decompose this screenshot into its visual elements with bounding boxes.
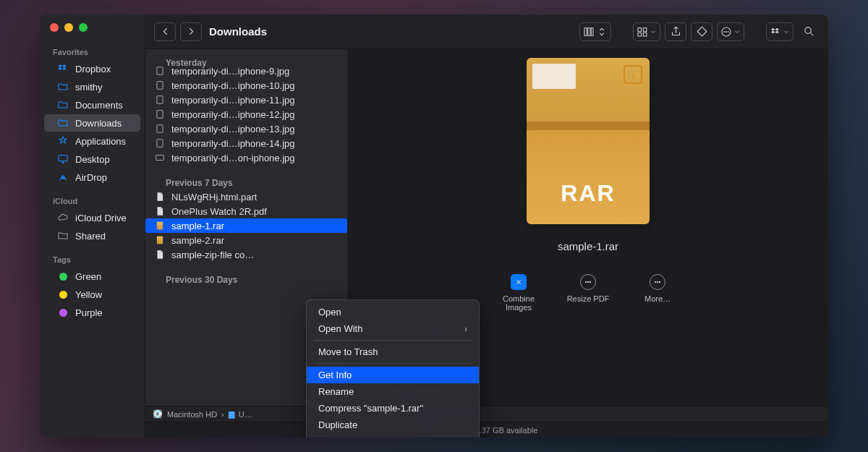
disk-icon: 💽 (153, 409, 163, 419)
quick-action-icon (650, 274, 665, 290)
share-button[interactable] (665, 22, 686, 41)
file-row[interactable]: temporarily-di…iphone-10.jpg (145, 78, 347, 93)
img-file-icon (154, 80, 166, 91)
sidebar-item-label: Purple (75, 307, 103, 318)
file-name: sample-2.rar (171, 235, 224, 246)
sidebar-item-downloads[interactable]: Downloads (44, 114, 140, 132)
minimize-window-button[interactable] (64, 23, 73, 32)
dropbox-toolbar-button[interactable] (766, 22, 793, 41)
quick-action-resize-pdf[interactable]: Resize PDF (566, 274, 610, 312)
context-menu-item-open[interactable]: Open (307, 304, 479, 320)
tags-button[interactable] (691, 22, 712, 41)
img-file-icon (154, 65, 166, 77)
svg-rect-7 (638, 33, 642, 36)
dropbox-icon (57, 63, 69, 74)
sidebar-item-smithy[interactable]: smithy (44, 78, 140, 95)
action-menu-button[interactable] (717, 22, 744, 41)
svg-rect-17 (157, 111, 163, 119)
sidebar-item-applications[interactable]: Applications (44, 132, 140, 150)
context-menu[interactable]: OpenOpen With›Move to TrashGet InfoRenam… (306, 299, 480, 438)
file-row[interactable]: temporarily-di…iphone-12.jpg (145, 107, 347, 121)
sidebar-item-label: smithy (75, 82, 103, 93)
file-row[interactable]: temporarily-di…iphone-14.jpg (145, 136, 347, 150)
generic-file-icon (154, 249, 166, 260)
sidebar-item-yellow[interactable]: Yellow (44, 286, 140, 303)
img-file-icon (154, 108, 166, 120)
file-name: temporarily-di…iphone-10.jpg (171, 80, 295, 91)
sidebar-item-desktop[interactable]: Desktop (44, 150, 140, 168)
file-row[interactable]: temporarily-di…iphone-13.jpg (145, 121, 347, 136)
file-name: temporarily-di…iphone-13.jpg (171, 124, 295, 135)
rar-text: RAR (561, 180, 615, 207)
file-row[interactable]: temporarily-di…on-iphone.jpg (145, 150, 347, 165)
quick-action-more-[interactable]: More… (636, 274, 679, 312)
svg-rect-5 (638, 27, 642, 31)
forward-button[interactable] (180, 22, 202, 41)
context-menu-label: Make Alias (318, 436, 364, 438)
file-name: temporarily-di…iphone-11.jpg (171, 95, 295, 106)
sidebar-item-label: Desktop (75, 154, 110, 165)
file-row[interactable]: sample-2.rar (145, 233, 347, 247)
context-menu-label: Open (318, 307, 341, 317)
close-window-button[interactable] (50, 23, 59, 32)
context-menu-item-get-info[interactable]: Get Info (307, 367, 479, 383)
maximize-window-button[interactable] (79, 23, 88, 32)
svg-point-13 (804, 27, 811, 34)
file-row[interactable]: temporarily-di…iphone-11.jpg (145, 93, 347, 107)
path-bar[interactable]: 💽 Macintosh HD › ▆ U… (145, 406, 828, 422)
rar-file-icon (154, 220, 166, 231)
svg-rect-4 (591, 27, 593, 35)
sidebar-item-shared[interactable]: Shared (44, 227, 140, 244)
shared-icon (57, 230, 69, 242)
sidebar-item-dropbox[interactable]: Dropbox (44, 60, 140, 77)
file-row[interactable]: OnePlus Watch 2R.pdf (145, 204, 347, 218)
context-menu-item-move-to-trash[interactable]: Move to Trash (307, 344, 479, 360)
path-segment[interactable]: U… (239, 410, 252, 419)
file-name: sample-zip-file co… (171, 250, 254, 260)
file-row[interactable]: temporarily-di…iphone-9.jpg (145, 64, 347, 78)
quick-action-icon (580, 274, 596, 290)
context-menu-item-open-with[interactable]: Open With› (307, 320, 479, 337)
sidebar-item-airdrop[interactable]: AirDrop (44, 169, 140, 186)
quick-action-label: Combine Images (497, 294, 540, 312)
svg-point-28 (655, 281, 656, 282)
quick-action-combine-images[interactable]: Combine Images (497, 274, 540, 312)
file-row[interactable]: sample-1.rar (145, 218, 347, 233)
sidebar-item-green[interactable]: Green (44, 268, 140, 285)
back-button[interactable] (154, 22, 176, 41)
main-pane: Downloads Yes (145, 14, 828, 438)
window-controls (40, 23, 145, 45)
sidebar-item-label: Dropbox (75, 64, 111, 74)
sidebar-item-documents[interactable]: Documents (44, 96, 140, 114)
group-by-button[interactable] (633, 22, 660, 41)
context-menu-label: Move to Trash (318, 346, 378, 357)
context-menu-item-duplicate[interactable]: Duplicate (307, 417, 479, 433)
sidebar-heading: Favorites (40, 45, 145, 59)
purple-tag-icon (57, 307, 69, 318)
sidebar: FavoritesDropboxsmithyDocumentsDownloads… (40, 14, 145, 438)
svg-rect-2 (584, 27, 587, 35)
file-row[interactable]: NLsWgRHj.html.part (145, 189, 347, 204)
context-menu-item-compress-sample-rar-[interactable]: Compress "sample-1.rar" (307, 400, 479, 417)
file-name: temporarily-di…iphone-12.jpg (171, 109, 295, 120)
yellow-tag-icon (57, 289, 69, 300)
svg-rect-15 (157, 82, 163, 90)
file-row[interactable]: sample-zip-file co… (145, 247, 347, 262)
context-menu-item-make-alias[interactable]: Make Alias (307, 433, 479, 438)
svg-point-29 (657, 281, 658, 282)
path-segment[interactable]: Macintosh HD (167, 410, 217, 419)
svg-point-10 (724, 31, 725, 32)
green-tag-icon (57, 270, 69, 282)
context-menu-item-rename[interactable]: Rename (307, 383, 479, 400)
file-group-heading: Previous 7 Days (145, 174, 347, 189)
svg-point-25 (586, 281, 587, 282)
sidebar-item-icloud-drive[interactable]: iCloud Drive (44, 209, 140, 226)
sidebar-heading: Tags (40, 252, 145, 267)
generic-file-icon (154, 191, 166, 202)
sidebar-item-purple[interactable]: Purple (44, 304, 140, 321)
view-mode-button[interactable] (579, 22, 611, 41)
file-name: sample-1.rar (171, 221, 224, 231)
sidebar-item-label: Green (75, 271, 101, 282)
apps-icon (57, 135, 69, 147)
search-button[interactable] (798, 22, 820, 41)
